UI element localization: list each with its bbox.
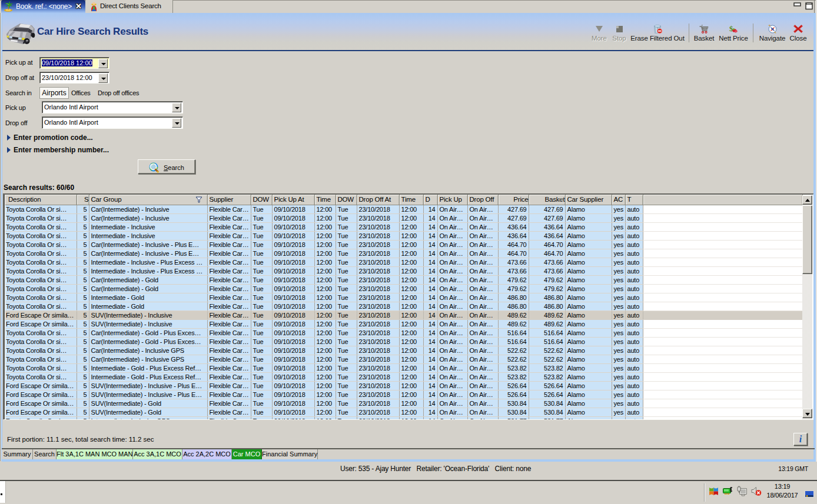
svg-text:$: $ bbox=[729, 24, 733, 33]
